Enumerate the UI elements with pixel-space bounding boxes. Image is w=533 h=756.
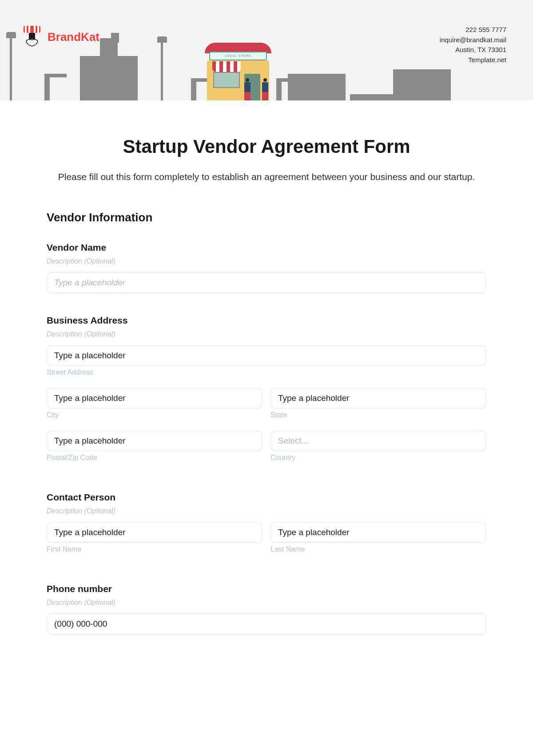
contact-person-desc: Description (Optional) bbox=[47, 507, 486, 515]
phone-label: Phone number bbox=[47, 584, 486, 594]
svg-rect-0 bbox=[25, 26, 27, 33]
street-address-sublabel: Street Address bbox=[47, 368, 486, 376]
field-phone-number: Phone number Description (Optional) bbox=[47, 584, 486, 634]
form-main: Startup Vendor Agreement Form Please fil… bbox=[0, 100, 533, 674]
business-address-desc: Description (Optional) bbox=[47, 330, 486, 338]
first-name-sublabel: First Name bbox=[47, 545, 263, 553]
city-sublabel: City bbox=[47, 411, 263, 419]
field-vendor-name: Vendor Name Description (Optional) bbox=[47, 242, 486, 293]
vendor-name-label: Vendor Name bbox=[47, 242, 486, 253]
form-subtitle: Please fill out this form completely to … bbox=[47, 170, 486, 184]
field-business-address: Business Address Description (Optional) … bbox=[47, 315, 486, 470]
vendor-name-input[interactable] bbox=[47, 272, 486, 293]
last-name-sublabel: Last Name bbox=[270, 545, 486, 553]
state-input[interactable] bbox=[270, 388, 486, 408]
vendor-name-desc: Description (Optional) bbox=[47, 257, 486, 265]
state-sublabel: State bbox=[270, 411, 486, 419]
postal-sublabel: Postal/Zip Code bbox=[47, 454, 263, 462]
first-name-input[interactable] bbox=[47, 522, 263, 543]
phone-desc: Description (Optional) bbox=[47, 599, 486, 607]
last-name-input[interactable] bbox=[270, 522, 486, 543]
phone-input[interactable] bbox=[47, 614, 486, 634]
contact-person-label: Contact Person bbox=[47, 492, 486, 503]
country-select[interactable]: Select... bbox=[270, 431, 486, 451]
field-contact-person: Contact Person Description (Optional) Fi… bbox=[47, 492, 486, 561]
store-sign-text: LOCAL STORE bbox=[209, 52, 267, 60]
street-address-input[interactable] bbox=[47, 345, 486, 366]
business-address-label: Business Address bbox=[47, 315, 486, 326]
cityscape-illustration: LOCAL STORE bbox=[0, 34, 533, 100]
city-input[interactable] bbox=[47, 388, 263, 408]
header-banner: BrandKat 222 555 7777 inquire@brandkat.m… bbox=[0, 0, 533, 100]
form-title: Startup Vendor Agreement Form bbox=[47, 136, 486, 157]
svg-rect-3 bbox=[37, 26, 39, 33]
section-vendor-info: Vendor Information bbox=[47, 211, 486, 224]
svg-rect-1 bbox=[28, 26, 30, 33]
postal-input[interactable] bbox=[47, 431, 263, 451]
country-sublabel: Country bbox=[270, 454, 486, 462]
svg-rect-2 bbox=[34, 26, 36, 33]
